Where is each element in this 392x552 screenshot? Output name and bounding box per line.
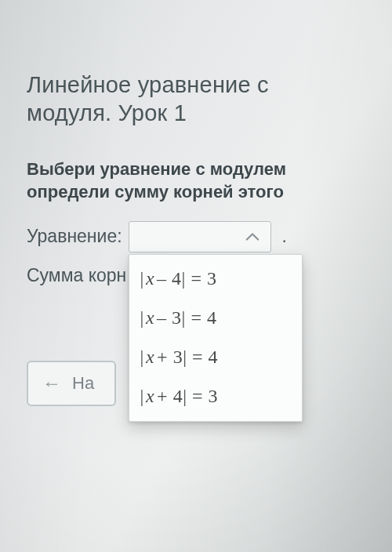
dropdown-option[interactable]: | x + 3 | = 4	[129, 338, 302, 377]
abs-open: |	[140, 307, 144, 329]
sum-label: Сумма корн	[27, 265, 126, 286]
back-button-label: На	[72, 373, 94, 394]
task-instruction: Выбери уравнение с модулем определи сумм…	[27, 158, 392, 204]
abs-open: |	[140, 386, 144, 407]
arrow-left-icon: ←	[42, 372, 61, 394]
back-button[interactable]: ← На	[27, 361, 116, 406]
equation-dropdown: | x – 4 | = 3 | x – 3 | =	[129, 254, 303, 422]
op-sign: +	[157, 386, 168, 407]
rhs: 3	[207, 268, 217, 289]
dropdown-option[interactable]: | x – 3 | = 4	[129, 299, 302, 338]
abs-open: |	[140, 347, 144, 368]
lhs-const: 3	[172, 307, 182, 329]
equation-select[interactable]	[129, 221, 271, 252]
dropdown-option[interactable]: | x + 4 | = 3	[129, 377, 302, 416]
var-x: x	[146, 268, 154, 289]
chevron-up-icon	[245, 230, 260, 244]
var-x: x	[146, 347, 154, 368]
lhs-const: 4	[173, 386, 183, 407]
lhs-const: 3	[173, 347, 183, 368]
lhs-const: 4	[172, 268, 182, 289]
rhs: 4	[207, 307, 217, 329]
op-sign: +	[157, 347, 168, 368]
var-x: x	[146, 307, 154, 329]
var-x: x	[146, 386, 154, 407]
op-sign: –	[157, 268, 167, 289]
rhs: 3	[208, 386, 218, 407]
equation-label: Уравнение:	[27, 226, 122, 247]
trailing-period: .	[282, 226, 287, 247]
op-sign: –	[157, 307, 167, 329]
page-title: Линейное уравнение с модуля. Урок 1	[27, 71, 392, 128]
dropdown-option[interactable]: | x – 4 | = 3	[129, 260, 302, 299]
rhs: 4	[208, 347, 218, 368]
abs-open: |	[140, 268, 144, 289]
